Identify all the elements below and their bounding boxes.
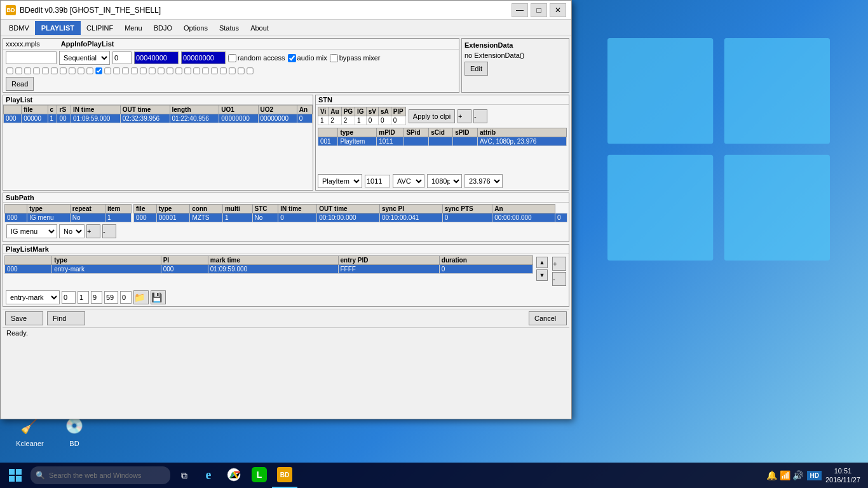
menu-bdmv[interactable]: BDMV [3,22,35,34]
stn-remove-button[interactable]: - [473,109,487,123]
strip-cb-10[interactable] [86,67,93,74]
sp-row-num: 000 [5,214,27,222]
plmark-scroll-down[interactable]: ▼ [536,269,548,281]
plmark-row[interactable]: 000 entry-mark 000 01:09:59.000 FFFF 0 [5,265,533,274]
taskbar-line[interactable]: L [247,463,272,488]
hex1-input[interactable] [134,51,179,64]
audio-mix-checkbox[interactable] [288,54,296,62]
strip-cb-14[interactable] [122,67,128,74]
stn-res-dropdown[interactable]: 1080p [427,174,462,188]
file-input[interactable] [6,51,57,64]
random-access-checkbox[interactable] [228,54,236,62]
strip-cb-24[interactable] [211,67,217,74]
strip-cb-23[interactable] [202,67,208,74]
cancel-button[interactable]: Cancel [529,311,567,325]
strip-cb-26[interactable] [229,67,235,74]
strip-cb-13[interactable] [113,67,119,74]
strip-cb-16[interactable] [140,67,146,74]
menu-bdjo[interactable]: BDJO [148,22,178,34]
seq-select[interactable]: Sequential [59,51,110,65]
bypass-mixer-checkbox[interactable] [330,54,338,62]
subpath-type-dropdown[interactable]: IG menu [6,224,57,238]
taskbar-search-box[interactable]: 🔍 [31,466,170,484]
apply-clpi-button[interactable]: Apply to clpi [409,109,455,123]
strip-cb-12[interactable] [104,67,111,74]
plmark-folder-button[interactable]: 📁 [133,290,149,304]
plmark-h-input[interactable] [62,291,76,304]
find-button[interactable]: Find [47,311,85,325]
taskbar-edge[interactable]: e [196,463,221,488]
strip-cb-5[interactable] [42,67,48,74]
strip-cb-4[interactable] [33,67,39,74]
spr-file: 000 [134,214,157,222]
close-button[interactable]: ✕ [550,3,566,17]
plmark-s-input[interactable] [104,291,118,304]
search-input[interactable] [48,469,156,482]
strip-cb-11[interactable] [95,67,102,74]
subpath-remove-button[interactable]: - [102,224,116,238]
ext-edit-button[interactable]: Edit [465,62,488,76]
menu-options[interactable]: Options [178,22,214,34]
number-input[interactable] [112,51,132,64]
menu-playlist[interactable]: PLAYLIST [35,21,81,35]
plmark-add-button[interactable]: + [552,257,566,271]
stn-fps-dropdown[interactable]: 23.976 [465,174,503,188]
hex2-input[interactable] [181,51,226,64]
plmark-save-button[interactable]: 💾 [151,290,166,304]
minimize-button[interactable]: — [512,3,528,17]
stn-row-num: 001 [318,137,338,146]
stn-row-spid [404,137,429,146]
task-view-button[interactable]: ⧉ [173,464,196,487]
strip-cb-18[interactable] [158,67,164,74]
stn-dt-type: type [338,128,377,137]
kcleaner-label: Kcleaner [16,440,43,447]
strip-cb-21[interactable] [184,67,191,74]
start-button[interactable] [3,463,28,488]
menu-status[interactable]: Status [214,22,245,34]
strip-cb-1[interactable] [6,67,13,74]
read-button[interactable]: Read [6,77,34,91]
strip-cb-8[interactable] [69,67,75,74]
stn-type-dropdown[interactable]: PlayItem [318,174,362,188]
plmark-type-edit[interactable]: entry-mark [6,290,60,304]
menu-menu[interactable]: Menu [119,22,148,34]
stn-codec-dropdown[interactable]: AVC [393,174,424,188]
strip-cb-22[interactable] [193,67,200,74]
strip-cb-27[interactable] [238,67,244,74]
strip-cb-3[interactable] [24,67,31,74]
strip-cb-9[interactable] [78,67,84,74]
stn-row[interactable]: 001 PlayItem 1011 AVC, 1080p, 23.976 [318,137,567,146]
taskbar-bdedit[interactable]: BD [272,463,297,488]
subpath-left-row[interactable]: 000 IG menu No 1 [5,214,132,222]
strip-cb-25[interactable] [220,67,226,74]
strip-cb-17[interactable] [149,67,155,74]
strip-cb-6[interactable] [51,67,57,74]
stn-add-button[interactable]: + [458,109,471,123]
menu-clipinf[interactable]: CLIPINF [81,22,119,34]
strip-cb-15[interactable] [131,67,137,74]
playlist-row[interactable]: 000 00000 1 00 01:09:59.000 02:32:39.956… [4,114,313,123]
svg-rect-2 [607,155,713,261]
plmark-remove-button[interactable]: - [552,272,566,286]
stn-vi: 1 [318,116,329,125]
taskbar-chrome[interactable] [221,463,247,488]
strip-cb-2[interactable] [15,67,22,74]
menu-about[interactable]: About [245,22,275,34]
stn-dt-spid: SPid [404,128,429,137]
save-button[interactable]: Save [5,311,43,325]
stn-pid-input[interactable] [365,175,390,187]
strip-cb-28[interactable] [247,67,253,74]
strip-cb-7[interactable] [60,67,66,74]
subpath-repeat-dropdown[interactable]: No [59,224,85,238]
strip-cb-19[interactable] [166,67,173,74]
strip-cb-20[interactable] [175,67,182,74]
plmark-scroll-up[interactable]: ▲ [536,257,548,268]
maximize-button[interactable]: □ [531,3,547,17]
plmark-m2-input[interactable] [91,291,102,304]
plmark-f-input[interactable] [120,291,132,304]
sp-th-type: type [27,205,71,214]
subpath-add-button[interactable]: + [86,224,100,238]
subpath-right-row[interactable]: 000 00001 MZTS 1 No 0 00:10:00.000 00:10… [134,214,567,222]
plmark-m1-input[interactable] [78,291,89,304]
th-num [4,105,22,114]
